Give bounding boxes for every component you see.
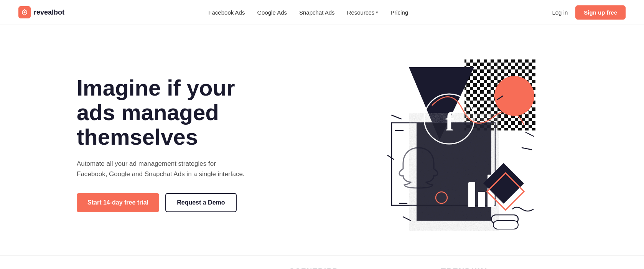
demo-button[interactable]: Request a Demo [165, 193, 236, 212]
brand-name: revealbot [34, 8, 64, 17]
dash-8 [403, 217, 411, 221]
navbar: revealbot Facebook Ads Google Ads Snapch… [0, 0, 644, 25]
logo-scentbird: SCENTBIRD · NEW YORK · [290, 267, 339, 269]
nav-facebook-ads[interactable]: Facebook Ads [208, 9, 245, 16]
illustration-svg: f [363, 56, 539, 232]
logos-section: BornSocial. eSalon SCENTBIRD · NEW YORK … [0, 255, 644, 269]
dash-6 [522, 148, 532, 150]
nav-right: Log in Sign up free [552, 5, 626, 20]
chevron-down-icon: ▾ [376, 10, 378, 15]
logo-juice: JUICE [369, 267, 409, 269]
nav-resources[interactable]: Resources ▾ [347, 9, 379, 16]
signup-button[interactable]: Sign up free [575, 5, 626, 20]
dash-3 [388, 155, 394, 159]
logo-trendhim: TRENDHIM TELL YOUR STORY [440, 267, 489, 269]
hero-illustration: f [276, 48, 626, 240]
nav-snapchat-ads[interactable]: Snapchat Ads [299, 9, 335, 16]
nav-pricing[interactable]: Pricing [390, 9, 408, 16]
capsule-2 [493, 221, 518, 229]
salmon-circle [494, 76, 534, 116]
hero-subtitle: Automate all your ad management strategi… [77, 158, 245, 179]
nav-google-ads[interactable]: Google Ads [257, 9, 287, 16]
nav-links: Facebook Ads Google Ads Snapchat Ads Res… [208, 9, 408, 16]
revealbot-icon [21, 8, 28, 16]
bar-2 [478, 192, 485, 207]
logo-esalon: eSalon [231, 268, 259, 269]
logo-icon [18, 6, 31, 18]
logo-link[interactable]: revealbot [18, 6, 64, 18]
hero-section: Imagine if your ads managed themselves A… [0, 25, 644, 255]
fb-letter: f [445, 107, 455, 136]
svg-point-0 [24, 12, 26, 13]
hero-title: Imagine if your ads managed themselves [77, 76, 276, 149]
hero-buttons: Start 14-day free trial Request a Demo [77, 193, 276, 212]
dash-5 [526, 132, 534, 136]
dash-1 [392, 115, 401, 119]
login-button[interactable]: Log in [552, 9, 568, 16]
bar-1 [468, 182, 475, 207]
shapes-container: f [363, 56, 539, 232]
squiggle-2 [512, 207, 534, 211]
hero-content: Imagine if your ads managed themselves A… [77, 76, 276, 212]
trial-button[interactable]: Start 14-day free trial [77, 193, 159, 212]
